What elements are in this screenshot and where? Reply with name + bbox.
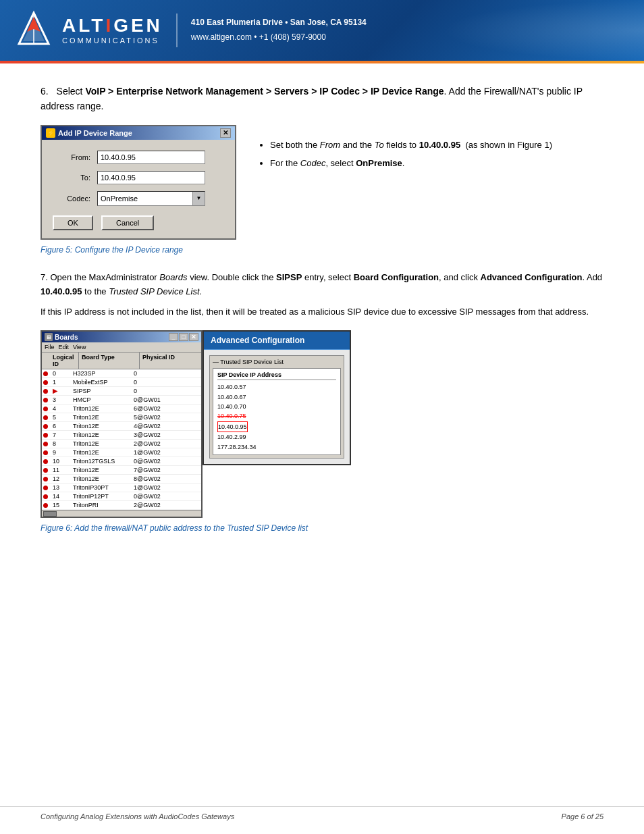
row-type: MobileExtSP xyxy=(72,378,132,386)
row-type: Triton12E xyxy=(72,466,132,474)
to-input[interactable] xyxy=(97,171,205,184)
boards-window-buttons: _ □ ✕ xyxy=(169,333,198,341)
codec-label: Codec: xyxy=(53,194,90,203)
main-content: 6. Select VoIP > Enterprise Network Mana… xyxy=(0,63,644,576)
row-type: Triton12TGSLS xyxy=(72,457,132,465)
row-id: 14 xyxy=(51,492,72,500)
trusted-sip-title: — Trusted SIP Device List xyxy=(213,359,341,365)
row-physical: 2@GW02 xyxy=(132,440,173,448)
row-physical: 0@GW02 xyxy=(132,457,173,465)
boards-window: ⊞ Boards _ □ ✕ File Edit View xyxy=(41,330,203,518)
row-id: 1 xyxy=(51,378,72,386)
bullet-from-to: Set both the From and the To fields to 1… xyxy=(270,138,603,152)
row-type: Triton12E xyxy=(72,413,132,421)
step7-number: 7. xyxy=(41,272,48,282)
trusted-sip-label: Trusted SIP Device List xyxy=(220,359,284,365)
row-physical: 1@GW02 xyxy=(132,448,173,457)
step7-text7: . xyxy=(200,286,203,296)
boards-close-btn[interactable]: ✕ xyxy=(189,333,198,341)
table-row: 11 Triton12E 7@GW02 xyxy=(42,466,201,475)
step-7: 7. Open the MaxAdministrator Boards view… xyxy=(41,271,603,533)
step7-sipsp-bold: SIPSP xyxy=(276,272,302,282)
row-id: 12 xyxy=(51,475,72,483)
boards-minimize-btn[interactable]: _ xyxy=(169,333,178,341)
row-id: 3 xyxy=(51,396,72,404)
logo-text: ALTIGEN COMMUNICATIONS xyxy=(62,16,163,45)
dialog-close-button[interactable]: ✕ xyxy=(220,128,231,138)
row-arrow: ▶ xyxy=(51,387,72,395)
communications-label: COMMUNICATIONS xyxy=(62,36,163,45)
row-type: Triton12E xyxy=(72,431,132,439)
step6-bold-path: VoIP > Enterprise Network Management > S… xyxy=(85,86,444,97)
sip-entry-strikethrough: 10.40.0.75 xyxy=(217,411,336,421)
row-type: Triton12E xyxy=(72,440,132,448)
step7-text4: , and click xyxy=(439,272,480,282)
dialog-buttons: OK Cancel xyxy=(53,215,224,230)
row-id: 10 xyxy=(51,457,72,465)
row-type: Triton12E xyxy=(72,475,132,483)
boards-table-header: Logical ID Board Type Physical ID xyxy=(42,353,201,369)
boards-titlebar: ⊞ Boards _ □ ✕ xyxy=(42,332,201,342)
table-row: 4 Triton12E 6@GW02 xyxy=(42,405,201,413)
row-physical: 0 xyxy=(132,378,173,386)
figure6-caption: Figure 6: Add the firewall/NAT public ad… xyxy=(41,523,603,533)
table-row: 3 HMCP 0@GW01 xyxy=(42,396,201,405)
step6-instruction: 6. Select VoIP > Enterprise Network Mana… xyxy=(41,84,603,114)
row-physical: 7@GW02 xyxy=(132,466,173,474)
step6-text-before: Select xyxy=(57,86,86,97)
codec-select[interactable]: OnPremise ▼ xyxy=(97,191,205,206)
from-input[interactable] xyxy=(97,151,205,164)
step7-trusted-italic: Trusted SIP Device List xyxy=(109,286,199,296)
row-type: H323SP xyxy=(72,369,132,377)
codec-value: OnPremise xyxy=(98,193,192,204)
boards-title-icon: ⊞ xyxy=(45,333,53,341)
header-address: 410 East Plumeria Drive • San Jose, CA 9… xyxy=(191,16,367,30)
codec-dropdown-arrow[interactable]: ▼ xyxy=(192,192,205,205)
ok-button[interactable]: OK xyxy=(53,215,93,230)
step7-text2: view. Double click the xyxy=(188,272,277,282)
step7-instruction: 7. Open the MaxAdministrator Boards view… xyxy=(41,271,603,299)
step-6: 6. Select VoIP > Enterprise Network Mana… xyxy=(41,84,603,255)
footer-right: Page 6 of 25 xyxy=(562,812,603,820)
adv-config-body: — Trusted SIP Device List SIP Device IP … xyxy=(204,350,350,464)
cancel-button[interactable]: Cancel xyxy=(101,215,154,230)
row-type: TritonIP12PT xyxy=(72,492,132,500)
row-physical: 1@GW02 xyxy=(132,484,173,492)
sip-entry-2: 10.40.0.67 xyxy=(217,392,336,402)
boards-menu-file[interactable]: File xyxy=(45,344,55,350)
boards-toolbar: File Edit View xyxy=(42,342,201,353)
altigen-logo-icon xyxy=(14,10,54,51)
boards-menu-view[interactable]: View xyxy=(73,344,86,350)
row-physical: 6@GW02 xyxy=(132,405,173,413)
table-row: 7 Triton12E 3@GW02 xyxy=(42,431,201,440)
sip-entry-3: 10.40.0.70 xyxy=(217,402,336,411)
row-type: Triton12E xyxy=(72,422,132,430)
dialog-title-left: ⚡ Add IP Device Range xyxy=(46,128,132,138)
table-row: 14 TritonIP12PT 0@GW02 xyxy=(42,492,201,501)
row-id: 13 xyxy=(51,484,72,492)
brand-a: A xyxy=(62,15,78,36)
step7-text: Open the MaxAdministrator xyxy=(50,272,159,282)
advanced-configuration-panel: Advanced Configuration — Trusted SIP Dev… xyxy=(203,330,351,465)
row-physical: 4@GW02 xyxy=(132,422,173,430)
dialog-title-icon: ⚡ xyxy=(46,128,55,138)
sip-header: SIP Device IP Address xyxy=(217,371,336,380)
step7-boards-italic: Boards xyxy=(159,272,187,282)
bullet-ip-bold: 10.40.0.95 xyxy=(419,140,460,150)
boards-menu-edit[interactable]: Edit xyxy=(59,344,70,350)
boards-scrollbar[interactable] xyxy=(42,510,201,517)
step7-board-config-bold: Board Configuration xyxy=(354,272,439,282)
row-physical: 0@GW02 xyxy=(132,492,173,500)
table-row: 9 Triton12E 1@GW02 xyxy=(42,448,201,457)
row-id: 9 xyxy=(51,448,72,457)
row-physical: 0 xyxy=(132,369,173,377)
header-divider xyxy=(176,14,178,47)
header: ALTIGEN COMMUNICATIONS 410 East Plumeria… xyxy=(0,0,644,61)
row-id: 6 xyxy=(51,422,72,430)
table-row: 13 TritonIP30PT 1@GW02 xyxy=(42,484,201,492)
row-id: 11 xyxy=(51,466,72,474)
bullet-onpremise-bold: OnPremise xyxy=(356,158,402,168)
boards-maximize-btn[interactable]: □ xyxy=(179,333,188,341)
boards-title-left: ⊞ Boards xyxy=(45,333,78,341)
to-field: To: xyxy=(53,171,224,184)
